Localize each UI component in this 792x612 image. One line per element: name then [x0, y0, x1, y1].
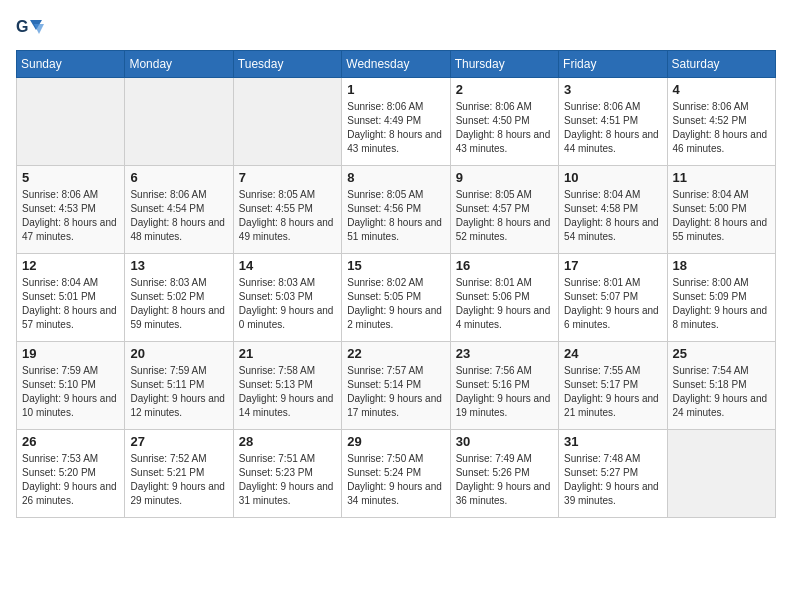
day-info: Sunrise: 7:57 AM Sunset: 5:14 PM Dayligh…: [347, 364, 444, 420]
calendar-cell: 13Sunrise: 8:03 AM Sunset: 5:02 PM Dayli…: [125, 254, 233, 342]
day-info: Sunrise: 8:03 AM Sunset: 5:03 PM Dayligh…: [239, 276, 336, 332]
calendar-week-row: 19Sunrise: 7:59 AM Sunset: 5:10 PM Dayli…: [17, 342, 776, 430]
day-number: 4: [673, 82, 770, 97]
calendar-cell: 18Sunrise: 8:00 AM Sunset: 5:09 PM Dayli…: [667, 254, 775, 342]
calendar-cell: 7Sunrise: 8:05 AM Sunset: 4:55 PM Daylig…: [233, 166, 341, 254]
calendar-cell: 25Sunrise: 7:54 AM Sunset: 5:18 PM Dayli…: [667, 342, 775, 430]
weekday-header-saturday: Saturday: [667, 51, 775, 78]
day-info: Sunrise: 7:54 AM Sunset: 5:18 PM Dayligh…: [673, 364, 770, 420]
day-info: Sunrise: 8:06 AM Sunset: 4:50 PM Dayligh…: [456, 100, 553, 156]
calendar-week-row: 12Sunrise: 8:04 AM Sunset: 5:01 PM Dayli…: [17, 254, 776, 342]
calendar-cell: [125, 78, 233, 166]
day-info: Sunrise: 8:06 AM Sunset: 4:54 PM Dayligh…: [130, 188, 227, 244]
day-info: Sunrise: 7:52 AM Sunset: 5:21 PM Dayligh…: [130, 452, 227, 508]
calendar-cell: 20Sunrise: 7:59 AM Sunset: 5:11 PM Dayli…: [125, 342, 233, 430]
calendar-cell: 2Sunrise: 8:06 AM Sunset: 4:50 PM Daylig…: [450, 78, 558, 166]
day-number: 7: [239, 170, 336, 185]
day-number: 25: [673, 346, 770, 361]
day-info: Sunrise: 7:53 AM Sunset: 5:20 PM Dayligh…: [22, 452, 119, 508]
day-number: 6: [130, 170, 227, 185]
calendar-cell: 30Sunrise: 7:49 AM Sunset: 5:26 PM Dayli…: [450, 430, 558, 518]
calendar-cell: 17Sunrise: 8:01 AM Sunset: 5:07 PM Dayli…: [559, 254, 667, 342]
day-number: 18: [673, 258, 770, 273]
calendar-cell: 22Sunrise: 7:57 AM Sunset: 5:14 PM Dayli…: [342, 342, 450, 430]
day-number: 27: [130, 434, 227, 449]
day-number: 21: [239, 346, 336, 361]
weekday-header-friday: Friday: [559, 51, 667, 78]
day-number: 30: [456, 434, 553, 449]
day-info: Sunrise: 8:05 AM Sunset: 4:56 PM Dayligh…: [347, 188, 444, 244]
weekday-header-tuesday: Tuesday: [233, 51, 341, 78]
day-info: Sunrise: 8:06 AM Sunset: 4:51 PM Dayligh…: [564, 100, 661, 156]
day-number: 19: [22, 346, 119, 361]
weekday-header-wednesday: Wednesday: [342, 51, 450, 78]
day-number: 11: [673, 170, 770, 185]
calendar-week-row: 5Sunrise: 8:06 AM Sunset: 4:53 PM Daylig…: [17, 166, 776, 254]
day-info: Sunrise: 8:06 AM Sunset: 4:49 PM Dayligh…: [347, 100, 444, 156]
day-number: 24: [564, 346, 661, 361]
calendar-week-row: 1Sunrise: 8:06 AM Sunset: 4:49 PM Daylig…: [17, 78, 776, 166]
calendar-cell: 21Sunrise: 7:58 AM Sunset: 5:13 PM Dayli…: [233, 342, 341, 430]
day-info: Sunrise: 8:04 AM Sunset: 5:01 PM Dayligh…: [22, 276, 119, 332]
weekday-header-thursday: Thursday: [450, 51, 558, 78]
day-number: 10: [564, 170, 661, 185]
day-number: 17: [564, 258, 661, 273]
calendar-cell: 12Sunrise: 8:04 AM Sunset: 5:01 PM Dayli…: [17, 254, 125, 342]
day-info: Sunrise: 7:59 AM Sunset: 5:11 PM Dayligh…: [130, 364, 227, 420]
calendar-cell: 26Sunrise: 7:53 AM Sunset: 5:20 PM Dayli…: [17, 430, 125, 518]
day-number: 29: [347, 434, 444, 449]
day-info: Sunrise: 8:04 AM Sunset: 5:00 PM Dayligh…: [673, 188, 770, 244]
calendar-cell: [667, 430, 775, 518]
day-info: Sunrise: 7:49 AM Sunset: 5:26 PM Dayligh…: [456, 452, 553, 508]
day-number: 31: [564, 434, 661, 449]
calendar-cell: 19Sunrise: 7:59 AM Sunset: 5:10 PM Dayli…: [17, 342, 125, 430]
page-header: G: [16, 16, 776, 38]
calendar-cell: 4Sunrise: 8:06 AM Sunset: 4:52 PM Daylig…: [667, 78, 775, 166]
calendar-cell: 3Sunrise: 8:06 AM Sunset: 4:51 PM Daylig…: [559, 78, 667, 166]
calendar-cell: [233, 78, 341, 166]
calendar-cell: 11Sunrise: 8:04 AM Sunset: 5:00 PM Dayli…: [667, 166, 775, 254]
calendar-cell: 9Sunrise: 8:05 AM Sunset: 4:57 PM Daylig…: [450, 166, 558, 254]
day-number: 12: [22, 258, 119, 273]
calendar-cell: 31Sunrise: 7:48 AM Sunset: 5:27 PM Dayli…: [559, 430, 667, 518]
calendar-cell: 1Sunrise: 8:06 AM Sunset: 4:49 PM Daylig…: [342, 78, 450, 166]
day-info: Sunrise: 7:58 AM Sunset: 5:13 PM Dayligh…: [239, 364, 336, 420]
calendar-table: SundayMondayTuesdayWednesdayThursdayFrid…: [16, 50, 776, 518]
day-info: Sunrise: 7:56 AM Sunset: 5:16 PM Dayligh…: [456, 364, 553, 420]
day-info: Sunrise: 7:51 AM Sunset: 5:23 PM Dayligh…: [239, 452, 336, 508]
day-number: 9: [456, 170, 553, 185]
day-number: 8: [347, 170, 444, 185]
day-info: Sunrise: 8:03 AM Sunset: 5:02 PM Dayligh…: [130, 276, 227, 332]
calendar-cell: 14Sunrise: 8:03 AM Sunset: 5:03 PM Dayli…: [233, 254, 341, 342]
calendar-cell: 24Sunrise: 7:55 AM Sunset: 5:17 PM Dayli…: [559, 342, 667, 430]
calendar-week-row: 26Sunrise: 7:53 AM Sunset: 5:20 PM Dayli…: [17, 430, 776, 518]
day-number: 5: [22, 170, 119, 185]
weekday-header-monday: Monday: [125, 51, 233, 78]
day-info: Sunrise: 8:06 AM Sunset: 4:52 PM Dayligh…: [673, 100, 770, 156]
calendar-cell: 23Sunrise: 7:56 AM Sunset: 5:16 PM Dayli…: [450, 342, 558, 430]
day-info: Sunrise: 7:55 AM Sunset: 5:17 PM Dayligh…: [564, 364, 661, 420]
day-info: Sunrise: 8:04 AM Sunset: 4:58 PM Dayligh…: [564, 188, 661, 244]
day-number: 20: [130, 346, 227, 361]
day-info: Sunrise: 7:59 AM Sunset: 5:10 PM Dayligh…: [22, 364, 119, 420]
svg-text:G: G: [16, 18, 28, 35]
day-number: 15: [347, 258, 444, 273]
day-number: 23: [456, 346, 553, 361]
calendar-cell: 28Sunrise: 7:51 AM Sunset: 5:23 PM Dayli…: [233, 430, 341, 518]
day-info: Sunrise: 8:05 AM Sunset: 4:57 PM Dayligh…: [456, 188, 553, 244]
day-info: Sunrise: 8:05 AM Sunset: 4:55 PM Dayligh…: [239, 188, 336, 244]
calendar-cell: 16Sunrise: 8:01 AM Sunset: 5:06 PM Dayli…: [450, 254, 558, 342]
calendar-cell: 29Sunrise: 7:50 AM Sunset: 5:24 PM Dayli…: [342, 430, 450, 518]
calendar-cell: 10Sunrise: 8:04 AM Sunset: 4:58 PM Dayli…: [559, 166, 667, 254]
day-number: 26: [22, 434, 119, 449]
day-info: Sunrise: 8:01 AM Sunset: 5:07 PM Dayligh…: [564, 276, 661, 332]
day-info: Sunrise: 7:48 AM Sunset: 5:27 PM Dayligh…: [564, 452, 661, 508]
calendar-cell: 6Sunrise: 8:06 AM Sunset: 4:54 PM Daylig…: [125, 166, 233, 254]
day-info: Sunrise: 8:06 AM Sunset: 4:53 PM Dayligh…: [22, 188, 119, 244]
day-number: 1: [347, 82, 444, 97]
weekday-header-sunday: Sunday: [17, 51, 125, 78]
day-info: Sunrise: 8:01 AM Sunset: 5:06 PM Dayligh…: [456, 276, 553, 332]
calendar-cell: 5Sunrise: 8:06 AM Sunset: 4:53 PM Daylig…: [17, 166, 125, 254]
calendar-cell: 27Sunrise: 7:52 AM Sunset: 5:21 PM Dayli…: [125, 430, 233, 518]
day-number: 28: [239, 434, 336, 449]
